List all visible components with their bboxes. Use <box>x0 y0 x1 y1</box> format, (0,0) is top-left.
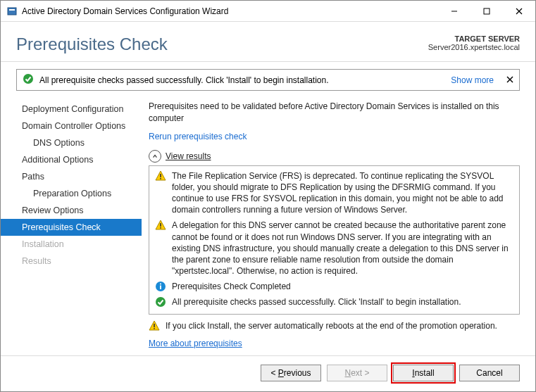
cancel-button[interactable]: Cancel <box>459 365 520 381</box>
success-icon <box>23 73 34 87</box>
success-icon <box>155 296 166 308</box>
svg-rect-12 <box>160 227 161 229</box>
minimize-button[interactable] <box>438 1 470 22</box>
page-title: Prerequisites Check <box>16 34 428 54</box>
maximize-button[interactable] <box>470 1 503 22</box>
svg-rect-11 <box>160 223 161 227</box>
sidebar-item-preparation-options[interactable]: Preparation Options <box>1 185 142 202</box>
install-warning-text: If you click Install, the server automat… <box>166 320 497 331</box>
sidebar-item-installation: Installation <box>1 236 142 253</box>
next-button: Next > <box>327 365 387 381</box>
more-about-prerequisites-link[interactable]: More about prerequisites <box>149 339 520 348</box>
warning-icon <box>155 170 166 182</box>
previous-label: P <box>278 368 284 378</box>
header: Prerequisites Check TARGET SERVER Server… <box>1 22 535 62</box>
close-window-button[interactable] <box>503 1 535 22</box>
svg-rect-3 <box>484 8 490 14</box>
sidebar: Deployment Configuration Domain Controll… <box>1 96 142 355</box>
banner-message: All prerequisite checks passed successfu… <box>39 75 445 85</box>
sidebar-item-results: Results <box>1 253 142 270</box>
svg-rect-14 <box>160 286 161 290</box>
install-label: I <box>412 368 414 378</box>
install-button[interactable]: Install <box>393 365 454 381</box>
info-icon <box>155 281 166 292</box>
warning-icon <box>149 320 160 331</box>
intro-text: Prerequisites need to be validated befor… <box>149 101 520 125</box>
titlebar: Active Directory Domain Services Configu… <box>1 1 535 22</box>
sidebar-item-prerequisites-check[interactable]: Prerequisites Check <box>1 219 142 236</box>
show-more-link[interactable]: Show more <box>451 75 494 85</box>
target-server-value: Server2016.xpertstec.local <box>428 43 520 51</box>
svg-rect-10 <box>160 178 161 179</box>
main-content: Prerequisites need to be validated befor… <box>142 96 535 355</box>
svg-rect-1 <box>9 9 15 11</box>
svg-point-6 <box>23 74 33 84</box>
result-text: All prerequisite checks passed successfu… <box>172 296 461 308</box>
target-server-label: TARGET SERVER <box>428 34 520 43</box>
sidebar-item-paths[interactable]: Paths <box>1 168 142 185</box>
svg-rect-0 <box>8 8 16 15</box>
results-list[interactable]: The File Replication Service (FRS) is de… <box>149 165 520 315</box>
result-text: Prerequisites Check Completed <box>172 281 291 292</box>
result-item: A delegation for this DNS server cannot … <box>155 220 513 277</box>
banner-close-button[interactable] <box>506 75 513 85</box>
sidebar-item-review-options[interactable]: Review Options <box>1 202 142 219</box>
result-text: The File Replication Service (FRS) is de… <box>172 170 513 216</box>
install-warning: If you click Install, the server automat… <box>149 320 520 331</box>
window-title: Active Directory Domain Services Configu… <box>22 6 438 16</box>
app-icon <box>6 6 18 17</box>
sidebar-item-additional-options[interactable]: Additional Options <box>1 151 142 168</box>
next-label: N <box>344 368 351 378</box>
svg-rect-18 <box>154 328 155 329</box>
view-results-toggle[interactable]: View results <box>149 150 520 163</box>
result-item: Prerequisites Check Completed <box>155 281 513 292</box>
svg-rect-17 <box>154 324 155 327</box>
svg-point-16 <box>156 297 166 307</box>
previous-button[interactable]: < Previous <box>261 365 321 381</box>
target-server-block: TARGET SERVER Server2016.xpertstec.local <box>428 34 520 51</box>
sidebar-item-deployment-configuration[interactable]: Deployment Configuration <box>1 101 142 118</box>
svg-rect-9 <box>160 174 161 177</box>
rerun-prerequisites-link[interactable]: Rerun prerequisites check <box>149 132 520 141</box>
result-item: All prerequisite checks passed successfu… <box>155 296 513 308</box>
warning-icon <box>155 220 166 231</box>
result-text: A delegation for this DNS server cannot … <box>172 220 513 277</box>
chevron-up-icon <box>149 150 161 163</box>
view-results-label: View results <box>166 151 211 161</box>
sidebar-item-domain-controller-options[interactable]: Domain Controller Options <box>1 118 142 134</box>
result-item: The File Replication Service (FRS) is de… <box>155 170 513 216</box>
sidebar-item-dns-options[interactable]: DNS Options <box>1 134 142 151</box>
svg-rect-15 <box>160 284 161 285</box>
status-banner: All prerequisite checks passed successfu… <box>16 69 520 91</box>
footer-buttons: < Previous Next > Install Cancel <box>1 355 535 391</box>
